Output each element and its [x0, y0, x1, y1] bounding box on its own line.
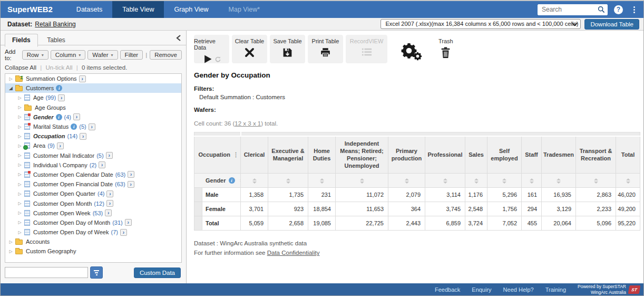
add-to-row-button[interactable]: Row▾ [22, 50, 48, 60]
col-header-total[interactable]: Total [616, 136, 640, 174]
expand-node-icon[interactable]: ▷ [7, 249, 14, 254]
col-header-clerical[interactable]: Clerical [241, 136, 268, 174]
sort-cell-transport-recreation[interactable] [576, 173, 616, 187]
open-field-arrow-icon[interactable]: › [99, 161, 105, 168]
col-header-transport-recreation[interactable]: Transport & Recreation [576, 136, 616, 174]
nav-tab-datasets[interactable]: Datasets [66, 1, 112, 18]
sort-icon[interactable] [252, 178, 257, 184]
recordview-button[interactable]: RecordVIEW [346, 35, 387, 63]
row-dimension-cell[interactable]: Gender i ⋮ [194, 173, 241, 187]
sort-cell-home-duties[interactable] [308, 173, 336, 187]
expand-node-icon[interactable]: ▷ [16, 105, 23, 110]
collapse-sidebar-icon[interactable] [176, 34, 181, 44]
open-field-arrow-icon[interactable]: › [128, 171, 134, 178]
trash-dropzone[interactable]: Trash [438, 38, 453, 59]
sort-icon[interactable] [626, 178, 630, 184]
sort-cell-clerical[interactable] [241, 173, 268, 187]
tree-item-occupation[interactable]: ▷Occupation(14)› [5, 131, 181, 141]
open-field-arrow-icon[interactable]: › [105, 209, 112, 216]
sort-icon[interactable] [502, 178, 506, 184]
cell-count-link[interactable]: 12 x 3 x 1 [235, 120, 261, 127]
col-header-home-duties[interactable]: Home Duties [308, 136, 336, 174]
info-icon[interactable]: i [56, 114, 62, 120]
collapse-node-icon[interactable]: ◢ [7, 85, 14, 91]
occupation-menu-icon[interactable]: ⋮ [233, 151, 239, 158]
sort-icon[interactable] [443, 178, 447, 184]
tree-item-custom-geography[interactable]: ▷Custom Geography [5, 246, 181, 256]
expand-node-icon[interactable]: ▷ [16, 153, 23, 158]
expand-node-icon[interactable]: ▷ [7, 240, 14, 244]
field-filter-input[interactable] [5, 267, 88, 278]
tree-item-customer-open-day-of-month[interactable]: ▷Customer Open Day of Month(31)› [5, 218, 181, 227]
dataset-name-link[interactable]: Retail Banking [35, 21, 75, 28]
info-icon[interactable]: i [56, 85, 62, 91]
col-header-independent-means-retired-pensioner-unemployed[interactable]: Independent Means; Retired; Pensioner; U… [336, 136, 388, 174]
expand-node-icon[interactable]: ▷ [16, 114, 23, 119]
footer-link-training[interactable]: Training [545, 287, 566, 293]
open-field-arrow-icon[interactable]: › [73, 113, 80, 120]
filter-funnel-icon[interactable] [90, 266, 103, 279]
search-icon[interactable] [598, 6, 605, 15]
tree-item-individual-company[interactable]: ▷Individual \ Company(2)› [5, 160, 181, 170]
data-confidentiality-link[interactable]: Data Confidentiality [267, 250, 320, 256]
tree-item-customer-open-day-of-week[interactable]: ▷Customer Open Day of Week(7)› [5, 227, 181, 237]
expand-node-icon[interactable]: ▷ [16, 134, 23, 139]
tree-item-age-groups[interactable]: ▷Age Groups [5, 103, 181, 112]
open-field-arrow-icon[interactable]: › [80, 133, 86, 140]
save-table-button[interactable]: Save Table [270, 35, 305, 63]
col-header-self-employed[interactable]: Self employed [487, 136, 522, 174]
col-header-executive-managerial[interactable]: Executive & Managerial [268, 136, 308, 174]
tree-item-summation-options[interactable]: ▷Summation Options› [5, 74, 181, 83]
sort-icon[interactable] [360, 178, 364, 184]
expand-node-icon[interactable]: ▷ [16, 182, 23, 187]
collapse-all-link[interactable]: Collapse All [5, 64, 36, 71]
sort-icon[interactable] [405, 178, 409, 184]
tree-item-customer-open-week[interactable]: ▷Customer Open Week(53)› [5, 208, 181, 218]
table-options-gear-icon[interactable] [401, 42, 425, 63]
tab-fields[interactable]: Fields [5, 34, 38, 47]
expand-node-icon[interactable]: ▷ [16, 163, 23, 167]
expand-node-icon[interactable]: ▷ [16, 96, 23, 100]
download-table-button[interactable]: Download Table [584, 19, 639, 30]
expand-node-icon[interactable]: ▷ [7, 77, 14, 81]
tree-item-customer-mail-indicator[interactable]: ▷Customer Mail Indicator(5)› [5, 151, 181, 160]
tree-item-customer-open-month[interactable]: ▷Customer Open Month(12)› [5, 198, 181, 208]
sort-cell-independent-means-retired-pensioner-unemployed[interactable] [336, 173, 388, 187]
tree-item-area[interactable]: ▷Area(9)› [5, 141, 181, 150]
open-field-arrow-icon[interactable]: › [58, 94, 65, 101]
footer-link-enquiry[interactable]: Enquiry [472, 287, 491, 293]
open-field-arrow-icon[interactable]: › [125, 219, 132, 226]
tree-item-customer-open-calendar-date[interactable]: ▷Customer Open Calendar Date(63)› [5, 170, 181, 179]
help-icon[interactable]: ? [614, 5, 623, 14]
expand-node-icon[interactable]: ▷ [16, 125, 23, 129]
overflow-menu-icon[interactable] [630, 4, 638, 15]
expand-node-icon[interactable]: ▷ [16, 172, 23, 177]
tree-item-age[interactable]: ▷Age(99)› [5, 93, 181, 102]
expand-node-icon[interactable]: ▷ [16, 144, 23, 148]
sort-cell-sales[interactable] [465, 173, 487, 187]
tree-item-customers[interactable]: ◢Customersi [5, 83, 181, 93]
open-field-arrow-icon[interactable]: › [57, 142, 64, 149]
sort-icon[interactable] [530, 178, 534, 184]
tree-item-customer-open-quarter[interactable]: ▷Customer Open Quarter(4)› [5, 189, 181, 198]
sort-icon[interactable] [474, 178, 479, 184]
nav-tab-table-view[interactable]: Table View [112, 1, 164, 18]
open-field-arrow-icon[interactable]: › [128, 181, 134, 188]
tab-tables[interactable]: Tables [40, 34, 72, 46]
open-field-arrow-icon[interactable]: › [89, 123, 95, 130]
sort-icon[interactable] [594, 178, 598, 184]
add-to-remove-button[interactable]: Remove [150, 50, 182, 60]
tree-item-accounts[interactable]: ▷Accounts [5, 237, 181, 246]
clear-table-button[interactable]: Clear Table [232, 35, 267, 63]
tree-item-gender[interactable]: ▷Genderi(4)› [5, 112, 181, 122]
custom-data-button[interactable]: Custom Data [134, 268, 181, 278]
sort-cell-primary-production[interactable] [388, 173, 425, 187]
expand-node-icon[interactable]: ▷ [16, 211, 23, 215]
nav-tab-graph-view[interactable]: Graph View [164, 1, 218, 18]
sort-icon[interactable] [320, 178, 324, 184]
add-to-wafer-button[interactable]: Wafer▾ [87, 50, 118, 60]
tree-item-customer-open-financial-date[interactable]: ▷Customer Open Financial Date(63)› [5, 179, 181, 189]
untick-all-link[interactable]: Un-tick All [46, 64, 73, 71]
open-field-arrow-icon[interactable]: › [106, 152, 113, 159]
footer-link-need-help[interactable]: Need Help? [503, 287, 534, 293]
